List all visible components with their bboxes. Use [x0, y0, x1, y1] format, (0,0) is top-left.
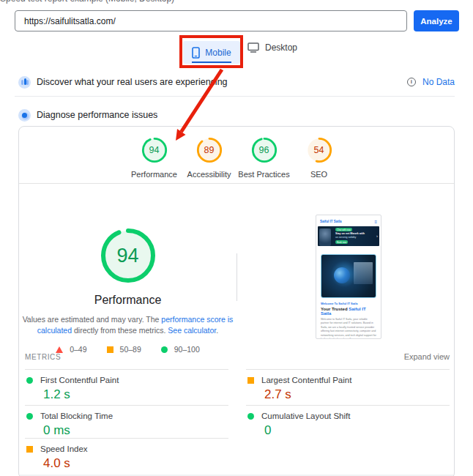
accessibility-score: 89 [195, 136, 223, 164]
metric-cumulative-layout-shift: Cumulative Layout Shift 0 [246, 405, 450, 438]
expand-view-button[interactable]: Expand view [404, 352, 450, 361]
mobile-phone-icon [192, 47, 200, 59]
metric-value: 0 ms [43, 423, 228, 438]
analyze-button[interactable]: Analyze [414, 10, 459, 31]
gauge-accessibility[interactable]: 89 Accessibility [184, 136, 235, 183]
info-icon: i [407, 78, 416, 86]
diagnose-section: Diagnose performance issues [18, 108, 455, 122]
big-performance-score: 94 [100, 228, 156, 283]
thumb-hero-line: Stay on net Mwork with [335, 232, 365, 235]
gauge-performance[interactable]: 94 Performance [129, 136, 180, 183]
good-circle-icon [26, 377, 33, 384]
metric-value: 1.2 s [43, 387, 228, 402]
score-disclaimer: Values are estimated and may vary. The p… [23, 314, 234, 335]
no-data-status[interactable]: i No Data [407, 77, 455, 87]
metric-largest-contentful-paint: Largest Contentful Paint 2.7 s [246, 369, 450, 405]
clipped-heading-text: Speed test report example (Mobile, Deskt… [0, 0, 220, 4]
thumb-screen-overlay [354, 262, 373, 284]
accessibility-label: Accessibility [187, 170, 231, 179]
real-users-icon [18, 76, 31, 89]
url-input[interactable] [15, 10, 407, 31]
field-data-section: Discover what your real users are experi… [18, 75, 455, 89]
tab-desktop-label: Desktop [265, 42, 297, 53]
metric-name: Speed Index [40, 445, 88, 453]
metric-name: Total Blocking Time [40, 412, 113, 420]
good-circle-icon [26, 413, 33, 420]
thumb-site-logo: Saiful IT Satla [320, 220, 342, 223]
disclaimer-text: Values are estimated and may vary. The [23, 315, 162, 324]
performance-label: Performance [131, 170, 177, 179]
thumb-welcome-text: Welcome To Saiful IT Satla [321, 302, 376, 305]
diagnose-gauge-icon [18, 109, 31, 122]
metric-speed-index: Speed Index 4.0 s [25, 438, 228, 472]
pagespeed-report-page: Speed test report example (Mobile, Deskt… [0, 0, 473, 476]
tab-mobile[interactable]: Mobile [183, 41, 240, 64]
panel-divider [236, 253, 237, 301]
site-screenshot-thumbnail: Saiful IT Satla ≡ Chat with now Stay on … [316, 215, 381, 339]
thumb-chevron-icon: › [376, 234, 378, 238]
seo-label: SEO [310, 170, 327, 179]
diagnose-card: 94 Performance 89 Accessibility [18, 126, 455, 476]
metric-total-blocking-time: Total Blocking Time 0 ms [25, 405, 228, 438]
thumb-heading: Your Trusted Saiful IT Satla [321, 307, 376, 316]
seo-score: 54 [305, 136, 333, 164]
field-data-title: Discover what your real users are experi… [37, 77, 228, 87]
disclaimer-text: directly from these metrics. [72, 326, 168, 335]
metric-first-contentful-paint: First Contentful Paint 1.2 s [25, 369, 228, 405]
thumb-body-text: Welcome to Saiful IT Satla, your reliabl… [321, 318, 376, 339]
metric-name: Largest Contentful Paint [261, 376, 351, 384]
performance-score: 94 [141, 136, 168, 164]
thumb-menu-icon: ≡ [374, 220, 377, 224]
diagnose-title: Diagnose performance issues [37, 110, 157, 120]
thumb-hero-banner: Chat with now Stay on net Mwork with us … [318, 226, 379, 246]
metric-name: Cumulative Layout Shift [261, 412, 350, 420]
metric-value: 0 [264, 423, 450, 438]
thumb-globe [334, 267, 350, 283]
desktop-monitor-icon [247, 42, 259, 53]
thumb-hero-button: Book now [335, 240, 348, 244]
metrics-grid: First Contentful Paint 1.2 s Total Block… [25, 369, 450, 472]
see-calculator-link[interactable]: See calculator [168, 326, 216, 335]
active-tab-underline [192, 62, 231, 64]
thumb-hero-badge: Chat with now [335, 228, 352, 231]
best-practices-score: 96 [250, 136, 278, 164]
disclaimer-text: . [216, 326, 218, 335]
average-square-icon [247, 377, 254, 384]
thumb-globe-image [321, 254, 376, 298]
tab-mobile-label: Mobile [205, 48, 231, 58]
thumb-hero-line: us serving solidity [335, 236, 356, 239]
best-practices-label: Best Practices [238, 170, 289, 179]
thumb-person-image [319, 228, 331, 246]
category-gauges-row: 94 Performance 89 Accessibility [19, 127, 454, 184]
performance-panel-title: Performance [19, 294, 236, 307]
average-square-icon [26, 446, 33, 453]
section-divider [15, 96, 455, 97]
good-circle-icon [247, 413, 254, 420]
performance-panel: 94 Performance Values are estimated and … [19, 184, 236, 354]
no-data-label: No Data [422, 77, 455, 87]
performance-big-gauge: 94 [100, 228, 156, 283]
metrics-heading: METRICS [25, 353, 61, 361]
gauge-seo[interactable]: 54 SEO [294, 136, 345, 183]
metric-name: First Contentful Paint [40, 376, 119, 384]
tab-desktop[interactable]: Desktop [247, 42, 297, 53]
metric-value: 4.0 s [43, 456, 228, 471]
gauge-best-practices[interactable]: 96 Best Practices [239, 136, 290, 183]
metric-value: 2.7 s [264, 387, 450, 402]
